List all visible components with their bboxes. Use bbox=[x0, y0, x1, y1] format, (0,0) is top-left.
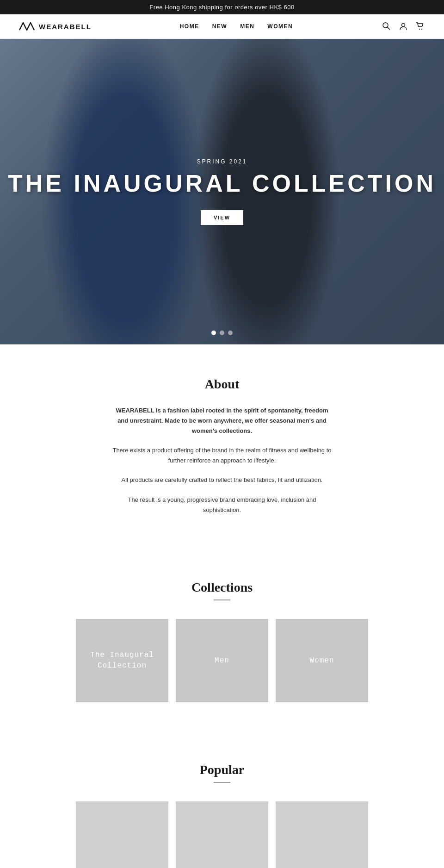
logo-text: WEARABELL bbox=[39, 23, 92, 31]
collections-grid: The InauguralCollection Men Women bbox=[18, 619, 426, 702]
collection-inaugural[interactable]: The InauguralCollection bbox=[76, 619, 168, 702]
header: WEARABELL HOME NEW MEN WOMEN bbox=[0, 14, 444, 39]
nav-men[interactable]: MEN bbox=[240, 23, 254, 30]
logo-icon bbox=[18, 21, 35, 32]
popular-item-3[interactable] bbox=[276, 801, 368, 868]
hero-title: THE INAUGURAL COLLECTION bbox=[8, 170, 436, 197]
about-title: About bbox=[18, 377, 426, 392]
nav-women[interactable]: WOMEN bbox=[267, 23, 293, 30]
collections-title: Collections bbox=[18, 580, 426, 595]
collection-inaugural-label: The InauguralCollection bbox=[90, 650, 154, 671]
svg-point-4 bbox=[421, 29, 422, 30]
main-nav: HOME NEW MEN WOMEN bbox=[180, 23, 293, 30]
popular-section: Popular bbox=[0, 735, 444, 868]
collection-women[interactable]: Women bbox=[276, 619, 368, 702]
about-paragraph-1: WEARABELL is a fashion label rooted in t… bbox=[111, 406, 333, 436]
announcement-text: Free Hong Kong shipping for orders over … bbox=[149, 4, 294, 11]
header-icons bbox=[381, 21, 426, 32]
about-paragraph-4: The result is a young, progressive brand… bbox=[111, 495, 333, 515]
nav-home[interactable]: HOME bbox=[180, 23, 199, 30]
cart-icon[interactable] bbox=[414, 21, 426, 32]
collections-divider bbox=[214, 599, 230, 600]
hero-subtitle: SPRING 2021 bbox=[8, 158, 436, 165]
account-icon[interactable] bbox=[398, 21, 409, 32]
hero-section: SPRING 2021 THE INAUGURAL COLLECTION VIE… bbox=[0, 39, 444, 344]
nav-new[interactable]: NEW bbox=[212, 23, 228, 30]
collection-women-label: Women bbox=[309, 656, 334, 666]
svg-line-1 bbox=[387, 27, 390, 30]
collections-section: Collections The InauguralCollection Men … bbox=[0, 552, 444, 735]
svg-rect-0 bbox=[383, 23, 388, 28]
collection-men-label: Men bbox=[215, 656, 229, 666]
collection-men[interactable]: Men bbox=[176, 619, 268, 702]
hero-view-button[interactable]: VIEW bbox=[201, 210, 243, 225]
popular-title: Popular bbox=[18, 762, 426, 777]
search-icon[interactable] bbox=[381, 21, 392, 32]
popular-divider bbox=[214, 782, 230, 783]
dot-3[interactable] bbox=[228, 331, 233, 335]
announcement-bar: Free Hong Kong shipping for orders over … bbox=[0, 0, 444, 14]
hero-content: SPRING 2021 THE INAUGURAL COLLECTION VIE… bbox=[8, 158, 436, 225]
hero-dots bbox=[211, 331, 233, 335]
dot-1[interactable] bbox=[211, 331, 216, 335]
popular-item-1[interactable] bbox=[76, 801, 168, 868]
svg-point-2 bbox=[401, 24, 405, 27]
about-paragraph-3: All products are carefully crafted to re… bbox=[111, 475, 333, 485]
about-section: About WEARABELL is a fashion label roote… bbox=[0, 344, 444, 552]
logo[interactable]: WEARABELL bbox=[18, 21, 92, 32]
about-paragraph-2: There exists a product offering of the b… bbox=[111, 445, 333, 466]
svg-point-3 bbox=[419, 29, 420, 30]
popular-grid bbox=[18, 801, 426, 868]
popular-item-2[interactable] bbox=[176, 801, 268, 868]
dot-2[interactable] bbox=[220, 331, 224, 335]
